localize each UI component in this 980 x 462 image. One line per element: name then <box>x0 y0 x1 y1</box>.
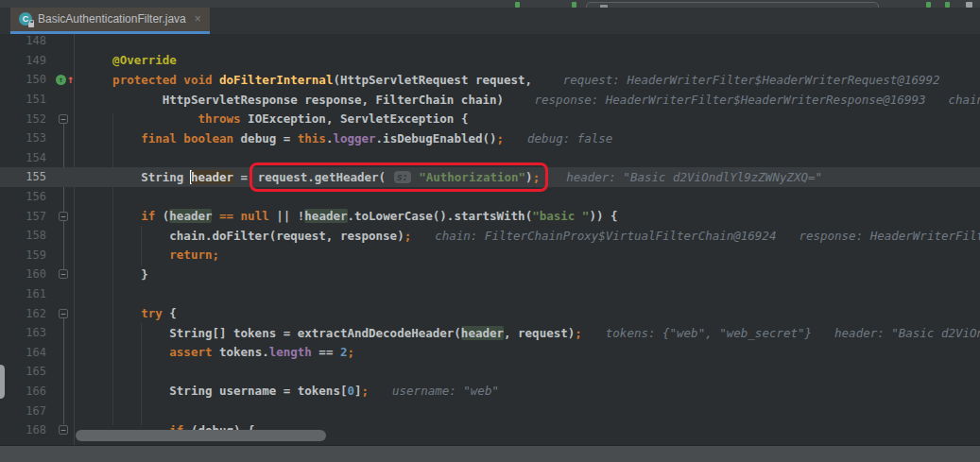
code-token: final boolean <box>141 131 240 145</box>
rerun-icon[interactable] <box>945 2 950 8</box>
code-line[interactable]: 162− try { <box>0 303 980 323</box>
code-line[interactable]: 151 HttpServletResponse response, Filter… <box>0 90 980 110</box>
code-token: chain.doFilter(request, response) <box>84 229 404 243</box>
code-text: final boolean debug = this.logger.isDebu… <box>84 131 504 145</box>
run-configuration-box[interactable] <box>586 2 879 8</box>
line-number[interactable]: 167 <box>0 404 52 418</box>
code-token: header <box>461 326 504 340</box>
code-editor[interactable]: 148149 @Override150↑↑ protected void doF… <box>0 34 980 445</box>
code-token: , request) <box>504 326 575 340</box>
line-number[interactable]: 156 <box>0 190 52 203</box>
code-token: || ! <box>269 209 305 223</box>
line-number[interactable]: 153 <box>0 131 52 145</box>
code-token: assert <box>169 345 219 359</box>
code-token: "Authorization" <box>419 170 525 184</box>
code-token <box>84 111 198 126</box>
code-token: @Override <box>112 53 177 67</box>
code-token: header <box>304 209 347 223</box>
code-text: try { <box>84 306 177 320</box>
code-token: debug = <box>241 131 298 145</box>
code-line[interactable]: 152− throws IOException, ServletExceptio… <box>0 109 980 128</box>
red-annotation-box: request.getHeader( s: "Authorization"); <box>249 163 549 192</box>
code-line[interactable]: 148 <box>0 34 980 51</box>
code-token <box>84 73 112 87</box>
code-token: logger <box>333 131 375 145</box>
line-number[interactable]: 163 <box>0 326 52 339</box>
code-line[interactable]: 164 assert tokens.length == 2; <box>0 343 980 363</box>
active-tab-wrap: C BasicAuthenticationFilter.java × <box>10 8 210 34</box>
fold-marker[interactable]: − <box>59 309 68 318</box>
resume-icon[interactable] <box>926 2 931 8</box>
line-number[interactable]: 166 <box>0 385 52 398</box>
code-text: throws IOException, ServletException { <box>84 111 468 126</box>
line-number[interactable]: 154 <box>0 151 52 164</box>
line-number[interactable]: 148 <box>0 34 52 47</box>
code-text: assert tokens.length == 2; <box>84 345 354 359</box>
code-token: ; <box>497 131 505 145</box>
fold-marker[interactable]: − <box>59 425 68 435</box>
debugger-inline-hint: request: HeaderWriterFilter$HeaderWriter… <box>563 73 940 87</box>
editor-rows: 148149 @Override150↑↑ protected void doF… <box>0 34 980 439</box>
run-config-icon <box>600 5 608 8</box>
line-number[interactable]: 161 <box>0 287 52 300</box>
lock-icon <box>28 23 34 27</box>
line-number[interactable]: 152 <box>0 112 52 126</box>
code-line[interactable]: 157− if (header == null || !header.toLow… <box>0 206 980 226</box>
code-token: if <box>141 209 163 223</box>
code-line[interactable]: 155 String header = request.getHeader( s… <box>0 167 980 187</box>
override-arrow-icon[interactable]: ↑ <box>67 75 74 84</box>
code-text: protected void doFilterInternal(HttpServ… <box>84 73 540 87</box>
code-line[interactable]: 160− } <box>0 265 980 284</box>
code-line[interactable]: 161 <box>0 284 980 304</box>
debugger-inline-hint: chain: FilterChainProxy$VirtualFilterCha… <box>948 93 980 107</box>
line-number[interactable]: 150 <box>0 73 52 86</box>
line-number[interactable]: 162 <box>0 307 52 320</box>
line-number[interactable]: 149 <box>0 54 52 67</box>
line-number[interactable]: 165 <box>0 365 52 378</box>
line-number[interactable]: 168 <box>0 423 52 436</box>
line-number[interactable]: 158 <box>0 229 52 242</box>
settings-icon[interactable] <box>966 2 972 8</box>
code-line[interactable]: 167 <box>0 401 980 420</box>
debugger-inline-hint: debug: false <box>527 131 612 145</box>
code-token: header <box>191 170 233 184</box>
close-tab-icon[interactable]: × <box>195 12 201 26</box>
code-token: ; <box>347 345 354 359</box>
code-token: ; <box>404 229 412 243</box>
debugger-inline-hint: header: "Basic d2ViOndlYl9zZWNyZXQ=" <box>566 170 822 184</box>
code-token: (HttpServletRequest request, <box>333 73 539 87</box>
debugger-inline-hint: username: "web" <box>392 384 499 398</box>
debug-icon[interactable] <box>572 2 576 8</box>
gutter-cell: − <box>52 212 84 221</box>
code-line[interactable]: 158 chain.doFilter(request, response);ch… <box>0 226 980 246</box>
line-number[interactable]: 155 <box>0 170 52 183</box>
run-icon[interactable] <box>515 2 520 8</box>
line-number[interactable]: 164 <box>0 346 52 359</box>
horizontal-scrollbar[interactable] <box>76 430 326 441</box>
code-line[interactable]: 165 <box>0 362 980 382</box>
code-token: request.getHeader( <box>258 170 393 184</box>
line-number[interactable]: 159 <box>0 248 52 262</box>
code-token: { <box>169 306 177 320</box>
gutter-cell: ↑↑ <box>52 75 84 85</box>
code-line[interactable]: 163 String[] tokens = extractAndDecodeHe… <box>0 323 980 343</box>
code-line[interactable]: 150↑↑ protected void doFilterInternal(Ht… <box>0 70 980 90</box>
code-text: String username = tokens[0]; <box>84 384 369 398</box>
code-line[interactable]: 166 String username = tokens[0];username… <box>0 382 980 402</box>
line-number[interactable]: 151 <box>0 93 52 106</box>
code-line[interactable]: 159 return; <box>0 246 980 265</box>
code-token: doFilterInternal <box>219 73 333 87</box>
code-line[interactable]: 153 final boolean debug = this.logger.is… <box>0 128 980 148</box>
line-number[interactable]: 160 <box>0 267 52 281</box>
code-line[interactable]: 149 @Override <box>0 51 980 71</box>
tab-basic-authentication-filter[interactable]: C BasicAuthenticationFilter.java × <box>10 8 210 31</box>
code-token: == <box>312 345 340 359</box>
code-token: this <box>298 131 326 145</box>
line-number[interactable]: 157 <box>0 210 52 223</box>
ide-window: C BasicAuthenticationFilter.java × 14814… <box>0 0 980 462</box>
fold-marker[interactable]: − <box>59 114 68 124</box>
code-token: return; <box>169 248 219 262</box>
fold-marker[interactable]: − <box>59 269 68 279</box>
overrides-method-icon[interactable]: ↑ <box>56 75 66 85</box>
fold-marker[interactable]: − <box>59 212 68 221</box>
